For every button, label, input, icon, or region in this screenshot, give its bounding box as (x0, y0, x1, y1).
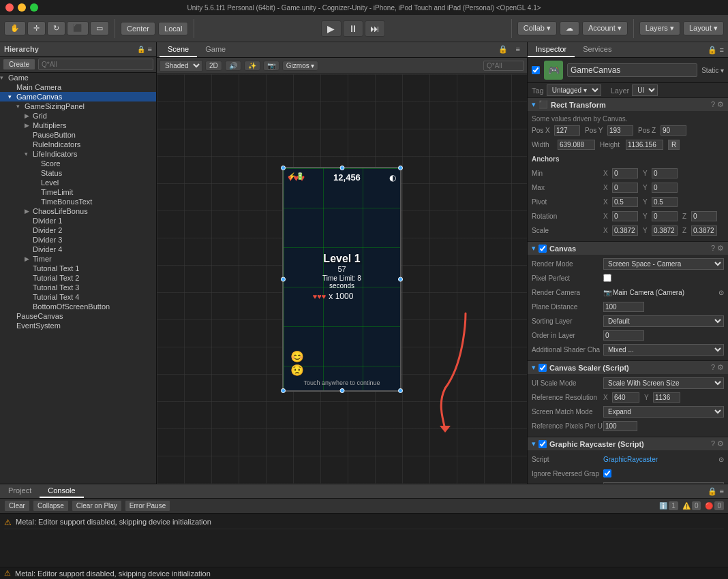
account-button[interactable]: Account ▾ (582, 21, 628, 35)
tree-arrow-grid[interactable]: ▶ (25, 112, 33, 119)
hierarchy-item-timelimit[interactable]: TimeLimit (0, 187, 156, 197)
max-x-input[interactable] (612, 183, 638, 193)
scale-y-input[interactable] (652, 225, 678, 236)
2d-button[interactable]: 2D (205, 61, 222, 71)
gr-settings-icon[interactable]: ⚙ (717, 439, 724, 448)
ignore-reversed-checkbox[interactable] (603, 469, 611, 478)
rotate-tool[interactable]: ↻ (47, 21, 65, 35)
handle-tc[interactable] (339, 166, 344, 170)
additional-shader-select[interactable]: Mixed ... (603, 344, 724, 356)
scene-menu-icon[interactable]: ≡ (512, 42, 524, 57)
cloud-button[interactable]: ☁ (560, 21, 579, 35)
order-in-layer-input[interactable] (603, 330, 644, 341)
minimize-button[interactable] (18, 3, 26, 12)
plane-dist-input[interactable] (603, 302, 644, 312)
pivot-x-input[interactable] (612, 197, 638, 207)
collapse-button[interactable]: Collapse (33, 500, 69, 512)
hierarchy-item-timebonustext[interactable]: TimeBonusText (0, 197, 156, 206)
tab-console[interactable]: Console (40, 484, 83, 498)
hierarchy-item-main-camera[interactable]: Main Camera (0, 82, 156, 92)
scene-camera-button[interactable]: 📷 (263, 61, 279, 71)
hierarchy-item-level[interactable]: Level (0, 178, 156, 187)
scene-search-input[interactable] (483, 61, 524, 71)
canvas-scaler-checkbox[interactable] (539, 364, 547, 372)
hierarchy-item-ruleindicators[interactable]: RuleIndicators (0, 140, 156, 149)
hierarchy-item-chaoslifebonus[interactable]: ▶ ChaosLifeBonus (0, 206, 156, 216)
hierarchy-item-bottomofscreenbtn[interactable]: BottomOfScreenButton (0, 302, 156, 311)
hierarchy-item-game[interactable]: ▾ Game (0, 73, 156, 82)
bottom-menu-icon[interactable]: ≡ (720, 487, 724, 495)
create-button[interactable]: Create (3, 59, 35, 70)
pixel-perfect-checkbox[interactable] (603, 274, 611, 282)
sorting-layer-select[interactable]: Default (603, 315, 724, 327)
cs-help-icon[interactable]: ? (711, 363, 715, 372)
tree-arrow-gamesizingpanel[interactable]: ▾ (16, 103, 25, 110)
tree-arrow-game[interactable]: ▾ (0, 74, 8, 81)
handle-tl[interactable] (281, 166, 286, 170)
bottom-lock-icon[interactable]: 🔒 (708, 487, 717, 496)
hierarchy-item-timer[interactable]: ▶ Timer (0, 254, 156, 264)
hierarchy-item-tutorialtext3[interactable]: Tutorial Text 3 (0, 283, 156, 292)
canvas-settings-icon[interactable]: ⚙ (717, 244, 724, 253)
script-pick-icon[interactable]: ⊙ (718, 456, 724, 463)
tab-inspector[interactable]: Inspector (528, 42, 575, 57)
hierarchy-item-pausebutton[interactable]: PauseButton (0, 130, 156, 140)
camera-picker-icon[interactable]: ⊙ (718, 289, 724, 296)
min-x-input[interactable] (612, 168, 638, 178)
tree-arrow-timer[interactable]: ▶ (25, 255, 33, 262)
error-pause-button[interactable]: Error Pause (125, 500, 170, 512)
tab-project[interactable]: Project (0, 484, 40, 498)
object-active-checkbox[interactable] (532, 66, 540, 74)
scale-tool[interactable]: ⬛ (67, 21, 89, 35)
tree-arrow-gamecanvas[interactable]: ▾ (8, 93, 16, 100)
pos-x-input[interactable] (554, 125, 580, 136)
component-help-icon[interactable]: ? (711, 100, 715, 109)
hierarchy-item-divider1[interactable]: Divider 1 (0, 216, 156, 225)
gr-checkbox[interactable] (539, 440, 547, 448)
ref-pixels-input[interactable] (603, 421, 637, 431)
canvas-checkbox[interactable] (539, 245, 547, 253)
pivot-y-input[interactable] (652, 197, 678, 207)
center-button[interactable]: Center (121, 22, 155, 35)
static-label[interactable]: Static ▾ (701, 67, 724, 74)
scale-z-input[interactable] (691, 225, 717, 236)
handle-bl[interactable] (281, 388, 286, 393)
handle-tr[interactable] (398, 166, 403, 170)
pos-z-input[interactable] (661, 125, 686, 136)
handle-br[interactable] (398, 388, 403, 393)
hierarchy-item-tutorialtext4[interactable]: Tutorial Text 4 (0, 292, 156, 302)
gr-help-icon[interactable]: ? (711, 439, 715, 448)
ref-x-input[interactable] (612, 392, 639, 403)
handle-ml[interactable] (281, 277, 286, 281)
play-button[interactable]: ▶ (321, 20, 342, 37)
step-button[interactable]: ⏭ (365, 20, 385, 37)
hierarchy-item-tutorialtext2[interactable]: Tutorial Text 2 (0, 273, 156, 283)
clear-on-play-button[interactable]: Clear on Play (72, 500, 122, 512)
layers-button[interactable]: Layers ▾ (639, 21, 680, 35)
canvas-scaler-header[interactable]: ▾ Canvas Scaler (Script) ? ⚙ (528, 361, 728, 374)
hierarchy-item-tutorialtext1[interactable]: Tutorial Text 1 (0, 264, 156, 273)
tab-scene[interactable]: Scene (160, 42, 197, 57)
max-y-input[interactable] (652, 183, 678, 193)
hierarchy-item-gamecanvas[interactable]: ▾ GameCanvas (0, 92, 156, 101)
clear-button[interactable]: Clear (4, 500, 30, 512)
cs-settings-icon[interactable]: ⚙ (717, 363, 724, 372)
scale-x-input[interactable] (612, 225, 638, 236)
component-settings-icon[interactable]: ⚙ (717, 100, 724, 109)
pos-y-input[interactable] (607, 125, 633, 136)
scene-content[interactable]: ♥♥♥ 12,456 ◐ ⚡🔋 Level 1 57 Time Limit: 8… (157, 74, 527, 484)
close-button[interactable] (5, 3, 14, 12)
hand-tool[interactable]: ✋ (4, 21, 26, 35)
tree-arrow-lifeindicators[interactable]: ▾ (25, 151, 33, 157)
rot-z-input[interactable] (691, 211, 717, 221)
handle-mr[interactable] (398, 277, 403, 281)
object-name-input[interactable] (567, 63, 697, 77)
hierarchy-item-lifeindicators[interactable]: ▾ LifeIndicators (0, 149, 156, 159)
handle-bc[interactable] (339, 388, 344, 393)
sound-button[interactable]: 🔊 (225, 61, 241, 71)
fx-button[interactable]: ✨ (244, 61, 260, 71)
rect-tool[interactable]: ▭ (90, 21, 109, 35)
render-mode-select[interactable]: Screen Space - Camera (603, 258, 724, 270)
ref-y-input[interactable] (653, 392, 680, 403)
hierarchy-item-divider3[interactable]: Divider 3 (0, 235, 156, 245)
